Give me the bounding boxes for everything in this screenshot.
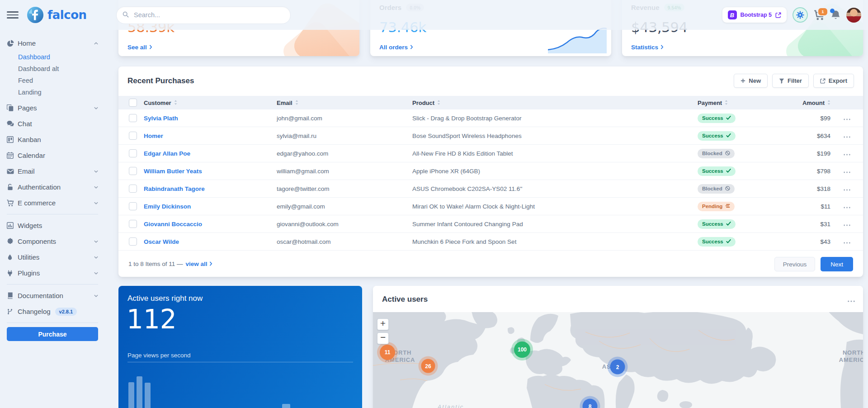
check-icon (726, 168, 731, 174)
customer-link[interactable]: Sylvia Plath (144, 115, 178, 122)
column-header-customer[interactable]: Customer (144, 100, 277, 106)
row-actions-button[interactable] (830, 185, 863, 192)
amount-cell: $31 (783, 221, 830, 228)
row-checkbox[interactable] (129, 237, 137, 246)
customer-link[interactable]: Oscar Wilde (144, 238, 179, 245)
sidebar-item-home[interactable]: Home (7, 35, 98, 51)
card-menu-button[interactable] (848, 296, 855, 304)
recent-purchases-header: Recent Purchases New Filter Export (118, 66, 863, 96)
sidebar-item-label: E commerce (18, 199, 56, 207)
new-button[interactable]: New (734, 74, 768, 88)
map-marker[interactable]: 26 (421, 359, 435, 373)
row-checkbox[interactable] (129, 185, 137, 193)
settings-button[interactable] (793, 7, 808, 23)
bootstrap-icon: B (728, 10, 737, 19)
row-checkbox[interactable] (129, 114, 137, 122)
column-header-label: Product (412, 100, 434, 106)
row-checkbox-cell (118, 149, 144, 157)
customer-link[interactable]: Homer (144, 133, 163, 139)
branch-icon (7, 308, 18, 315)
search-input[interactable] (116, 6, 291, 24)
chevron-down-icon (94, 294, 98, 297)
sidebar-item-components[interactable]: Components (7, 233, 98, 249)
filter-button[interactable]: Filter (772, 74, 809, 88)
customer-cell: Oscar Wilde (144, 238, 277, 245)
sidebar-item-utilities[interactable]: Utilities (7, 249, 98, 265)
table-footer: 1 to 8 Items of 11 — view all Previous N… (118, 251, 863, 278)
see-all-link[interactable]: See all (127, 44, 152, 51)
chart-bar-icon (7, 222, 18, 229)
sidebar-item-e-commerce[interactable]: E commerce (7, 195, 98, 211)
map-marker[interactable]: 2 (610, 360, 625, 375)
sidebar-item-documentation[interactable]: Documentation (7, 288, 98, 304)
row-checkbox[interactable] (129, 149, 137, 157)
sidebar-item-authentication[interactable]: Authentication (7, 179, 98, 195)
row-actions-button[interactable] (830, 203, 863, 210)
lock-icon (7, 184, 18, 190)
sidebar-item-plugins[interactable]: Plugins (7, 265, 98, 281)
version-badge: v2.8.1 (55, 308, 77, 316)
row-actions-button[interactable] (830, 238, 863, 245)
sidebar-item-email[interactable]: Email (7, 163, 98, 179)
payment-badge-label: Pending (702, 204, 722, 209)
select-all-checkbox[interactable] (129, 99, 137, 107)
sidebar-item-kanban[interactable]: Kanban (7, 132, 98, 147)
table-row: Edgar Allan Poeedgar@yahoo.comAll-New Fi… (118, 145, 863, 162)
map-region-label: NORTH AMERICA (839, 349, 863, 364)
brand-logo[interactable]: falcon (27, 6, 95, 24)
map-marker[interactable]: 100 (514, 342, 530, 358)
map-marker[interactable]: 11 (380, 345, 395, 360)
export-button[interactable]: Export (813, 74, 854, 88)
row-checkbox[interactable] (129, 167, 137, 175)
all-orders-link[interactable]: All orders (379, 44, 413, 51)
row-actions-button[interactable] (830, 150, 863, 157)
sidebar-item-changelog[interactable]: Changelogv2.8.1 (7, 304, 98, 319)
bootstrap-version-badge[interactable]: B Bootstrap 5 (722, 7, 787, 23)
row-checkbox[interactable] (129, 132, 137, 140)
user-avatar[interactable] (846, 8, 861, 23)
column-header-email[interactable]: Email (277, 100, 412, 106)
sidebar-item-dashboard[interactable]: Dashboard (18, 51, 98, 63)
row-actions-button[interactable] (830, 168, 863, 175)
purchase-button[interactable]: Purchase (7, 327, 98, 341)
zoom-out-button[interactable]: − (377, 332, 389, 344)
column-header-payment[interactable]: Payment (698, 100, 783, 106)
customer-link[interactable]: William Butler Yeats (144, 168, 202, 175)
row-actions-button[interactable] (830, 221, 863, 228)
check-icon (726, 221, 731, 227)
customer-link[interactable]: Emily Dickinson (144, 203, 191, 210)
email-cell: john@gmail.com (277, 115, 412, 122)
cart-button[interactable]: 1 (814, 10, 825, 20)
customer-link[interactable]: Giovanni Boccaccio (144, 221, 202, 228)
sidebar-item-chat[interactable]: Chat (7, 116, 98, 132)
sidebar-item-feed[interactable]: Feed (18, 75, 98, 86)
sidebar-item-calendar[interactable]: Calendar (7, 147, 98, 163)
world-map[interactable]: + − NORTH AMERICAASIANORTH AMERICAAtlant… (373, 312, 863, 408)
zoom-in-button[interactable]: + (377, 318, 389, 330)
amount-cell: $798 (783, 168, 830, 175)
sidebar-item-label: Home (18, 39, 36, 47)
statistics-link[interactable]: Statistics (631, 44, 664, 51)
payment-badge-label: Success (702, 115, 723, 121)
sidebar-item-pages[interactable]: Pages (7, 100, 98, 116)
customer-cell: William Butler Yeats (144, 168, 277, 175)
row-checkbox[interactable] (129, 202, 137, 210)
view-all-link[interactable]: view all (186, 261, 212, 267)
row-checkbox-cell (118, 167, 144, 175)
plug-icon (7, 270, 18, 276)
sidebar-item-widgets[interactable]: Widgets (7, 218, 98, 233)
customer-link[interactable]: Rabindranath Tagore (144, 185, 205, 192)
column-header-product[interactable]: Product (412, 100, 698, 106)
row-actions-button[interactable] (830, 115, 863, 122)
previous-button[interactable]: Previous (774, 257, 816, 271)
row-checkbox[interactable] (129, 220, 137, 228)
column-header-amount[interactable]: Amount (783, 100, 830, 106)
menu-toggle-button[interactable] (7, 11, 19, 19)
sidebar-item-dashboard-alt[interactable]: Dashboard alt (18, 63, 98, 75)
next-button[interactable]: Next (821, 257, 853, 271)
customer-link[interactable]: Edgar Allan Poe (144, 150, 190, 157)
notifications-button[interactable] (831, 10, 840, 20)
row-actions-button[interactable] (830, 133, 863, 139)
filter-icon (779, 78, 784, 84)
sidebar-item-landing[interactable]: Landing (18, 86, 98, 98)
